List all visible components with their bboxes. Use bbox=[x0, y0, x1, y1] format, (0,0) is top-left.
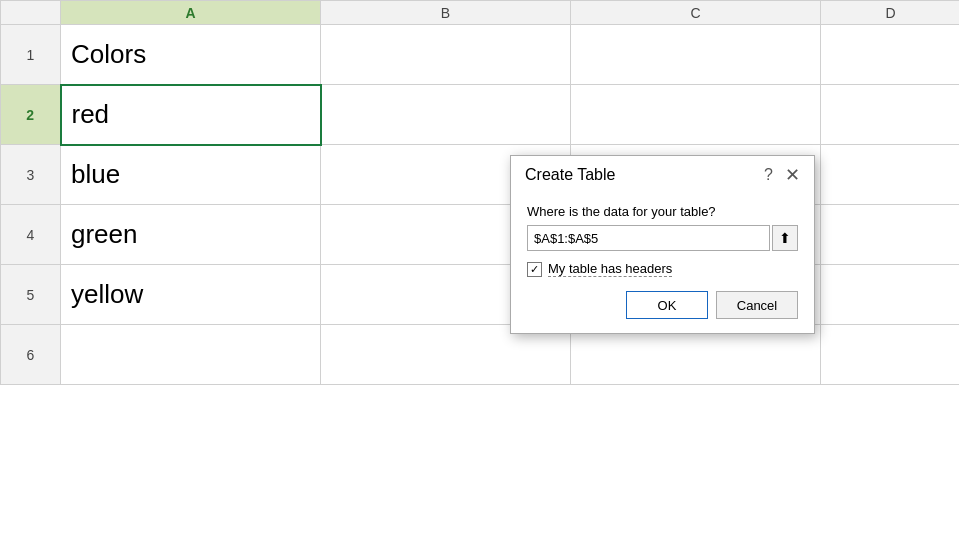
row-num-4[interactable]: 4 bbox=[1, 205, 61, 265]
cell-3-D[interactable] bbox=[821, 145, 960, 205]
headers-checkbox-label: My table has headers bbox=[548, 261, 672, 277]
range-picker-button[interactable]: ⬆ bbox=[772, 225, 798, 251]
cell-2-C[interactable] bbox=[571, 85, 821, 145]
ok-button[interactable]: OK bbox=[626, 291, 708, 319]
cell-1-A[interactable]: Colors bbox=[61, 25, 321, 85]
cell-2-A[interactable]: red bbox=[61, 85, 321, 145]
headers-checkbox[interactable]: ✓ bbox=[527, 262, 542, 277]
col-header-b[interactable]: B bbox=[321, 1, 571, 25]
cell-4-D[interactable] bbox=[821, 205, 960, 265]
cell-4-A[interactable]: green bbox=[61, 205, 321, 265]
range-picker-icon: ⬆ bbox=[779, 230, 791, 246]
row-num-1[interactable]: 1 bbox=[1, 25, 61, 85]
col-header-d[interactable]: D bbox=[821, 1, 960, 25]
dialog-range-label: Where is the data for your table? bbox=[527, 204, 798, 219]
row-num-3[interactable]: 3 bbox=[1, 145, 61, 205]
cell-2-B[interactable] bbox=[321, 85, 571, 145]
range-input[interactable] bbox=[527, 225, 770, 251]
cell-6-A[interactable] bbox=[61, 325, 321, 385]
corner-cell bbox=[1, 1, 61, 25]
dialog-title: Create Table bbox=[525, 166, 615, 184]
cell-5-A[interactable]: yellow bbox=[61, 265, 321, 325]
row-num-2[interactable]: 2 bbox=[1, 85, 61, 145]
row-num-5[interactable]: 5 bbox=[1, 265, 61, 325]
dialog-close-button[interactable]: ✕ bbox=[785, 166, 800, 184]
create-table-dialog: Create Table ? ✕ Where is the data for y… bbox=[510, 155, 815, 334]
cell-5-D[interactable] bbox=[821, 265, 960, 325]
row-num-6[interactable]: 6 bbox=[1, 325, 61, 385]
cancel-button[interactable]: Cancel bbox=[716, 291, 798, 319]
cell-6-D[interactable] bbox=[821, 325, 960, 385]
col-header-a[interactable]: A bbox=[61, 1, 321, 25]
cell-3-A[interactable]: blue bbox=[61, 145, 321, 205]
cell-1-D[interactable] bbox=[821, 25, 960, 85]
cell-2-D[interactable] bbox=[821, 85, 960, 145]
cell-1-B[interactable] bbox=[321, 25, 571, 85]
dialog-help-button[interactable]: ? bbox=[764, 166, 773, 184]
cell-1-C[interactable] bbox=[571, 25, 821, 85]
col-header-c[interactable]: C bbox=[571, 1, 821, 25]
checkbox-check-icon: ✓ bbox=[530, 263, 539, 276]
